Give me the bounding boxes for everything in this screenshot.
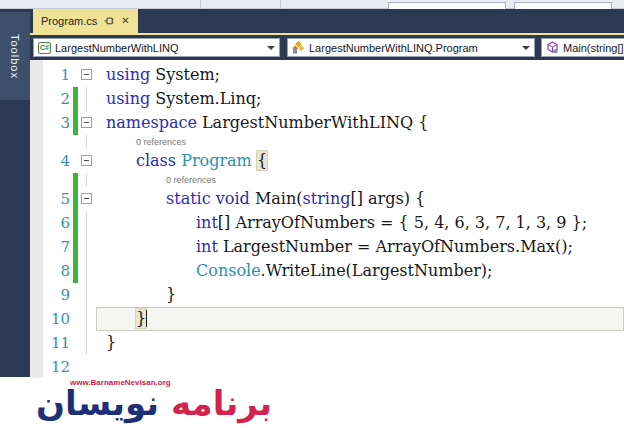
code-text <box>96 355 624 379</box>
outline-guide-line <box>86 307 87 331</box>
code-segment: } <box>166 285 176 304</box>
outlining-margin <box>78 331 96 355</box>
document-tab-program-cs[interactable]: Program.cs ✕ <box>33 9 138 33</box>
line-number[interactable]: 1 <box>43 63 70 87</box>
csharp-project-icon: C# <box>38 42 51 54</box>
line-number[interactable]: 5 <box>43 187 70 211</box>
left-dock-panel: Toolbox <box>0 9 30 377</box>
indicator-margin[interactable] <box>30 60 43 428</box>
code-segment: LargestNumber = ArrayOfNumbers.Max(); <box>218 237 573 256</box>
toolbox-tab[interactable]: Toolbox <box>0 12 30 100</box>
outlining-margin <box>78 211 96 235</box>
line-number[interactable]: 8 <box>43 259 70 283</box>
line-number[interactable] <box>43 135 70 149</box>
code-segment: namespace <box>106 113 197 132</box>
code-line[interactable]: 5static void Main(string[] args) { <box>43 187 624 211</box>
code-segment: Program <box>181 151 252 170</box>
code-line[interactable]: 11} <box>43 331 624 355</box>
logo-brand-text: برنامه نویسان <box>4 382 304 424</box>
line-number[interactable]: 9 <box>43 283 70 307</box>
code-segment: int <box>196 237 218 256</box>
method-icon <box>546 41 559 54</box>
barname-nevisan-logo: www.BarnameNevisan.org برنامه نویسان <box>4 378 316 428</box>
outlining-margin <box>78 187 96 211</box>
code-line[interactable]: 10} <box>43 307 624 331</box>
code-segment: [] args) { <box>350 189 425 208</box>
code-line[interactable]: 9} <box>43 283 624 307</box>
codelens-label: 0 references <box>96 173 624 187</box>
code-text: using System.Linq; <box>96 87 624 111</box>
code-line[interactable]: 3namespace LargestNumberWithLINQ { <box>43 111 624 135</box>
outlining-margin <box>78 283 96 307</box>
codelens-label: 0 references <box>96 135 624 149</box>
toolbar-strip <box>0 0 624 9</box>
line-number[interactable]: 2 <box>43 87 70 111</box>
code-line[interactable]: 1using System; <box>43 63 624 87</box>
outlining-margin <box>78 173 96 187</box>
fold-collapse-icon[interactable] <box>81 69 92 80</box>
codelens-row[interactable]: 0 references <box>43 173 624 187</box>
chevron-down-icon <box>267 46 275 50</box>
line-number[interactable]: 11 <box>43 331 70 355</box>
outline-guide-line <box>86 211 87 235</box>
line-number[interactable]: 12 <box>43 355 70 379</box>
outlining-margin <box>78 149 96 173</box>
outlining-margin <box>78 87 96 111</box>
toolbar-separator <box>280 0 281 9</box>
code-line[interactable]: 6int[] ArrayOfNumbers = { 5, 4, 6, 3, 7,… <box>43 211 624 235</box>
code-segment: .WriteLine(LargestNumber); <box>261 261 493 280</box>
fold-collapse-icon[interactable] <box>81 193 92 204</box>
editor-column: Program.cs ✕ C# LargestNumberWithLINQ <box>30 9 624 428</box>
toolbox-tab-label: Toolbox <box>9 34 21 79</box>
code-segment: { <box>257 151 267 170</box>
member-dropdown[interactable]: Main(string[] <box>541 38 624 57</box>
outline-guide-line <box>86 331 87 355</box>
pin-icon[interactable] <box>104 16 114 26</box>
outlining-margin <box>78 135 96 149</box>
outline-guide-line <box>86 259 87 283</box>
type-dropdown[interactable]: LargestNumberWithLINQ.Program <box>287 38 535 57</box>
code-segment: System.Linq; <box>150 89 261 108</box>
code-segment: static <box>166 189 211 208</box>
code-line[interactable]: 2using System.Linq; <box>43 87 624 111</box>
code-line[interactable]: 8Console.WriteLine(LargestNumber); <box>43 259 624 283</box>
line-number[interactable]: 3 <box>43 111 70 135</box>
fold-collapse-icon[interactable] <box>81 117 92 128</box>
code-text: } <box>96 307 624 331</box>
outlining-margin <box>78 111 96 135</box>
line-number[interactable]: 7 <box>43 235 70 259</box>
logo-brand-part-navy: نویسان <box>36 383 159 423</box>
outline-guide-line <box>86 283 87 307</box>
code-segment: System; <box>150 65 220 84</box>
code-line[interactable]: 4class Program { <box>43 149 624 173</box>
outlining-margin <box>78 259 96 283</box>
code-text: } <box>96 331 624 355</box>
type-dropdown-label: LargestNumberWithLINQ.Program <box>309 42 478 54</box>
close-icon[interactable]: ✕ <box>121 16 129 26</box>
line-number[interactable] <box>43 173 70 187</box>
outline-guide-line <box>86 135 87 149</box>
codelens-row[interactable]: 0 references <box>43 135 624 149</box>
line-number[interactable]: 4 <box>43 149 70 173</box>
code-segment: void <box>216 189 250 208</box>
code-text: class Program { <box>96 149 624 173</box>
code-text: int[] ArrayOfNumbers = { 5, 4, 6, 3, 7, … <box>96 211 624 235</box>
project-dropdown[interactable]: C# LargestNumberWithLINQ <box>33 38 280 57</box>
fold-collapse-icon[interactable] <box>81 155 92 166</box>
code-segment: class <box>136 151 176 170</box>
code-text: namespace LargestNumberWithLINQ { <box>96 111 624 135</box>
vs-editor-window: Toolbox Program.cs ✕ C# LargestNumberWit… <box>0 0 624 428</box>
code-segment: int <box>196 213 218 232</box>
code-line[interactable]: 12 <box>43 355 624 379</box>
code-editor[interactable]: 1using System;2using System.Linq;3namesp… <box>30 60 624 428</box>
code-segment: using <box>106 65 150 84</box>
line-number[interactable]: 6 <box>43 211 70 235</box>
code-text: using System; <box>96 63 624 87</box>
code-segment: Console <box>196 261 261 280</box>
outlining-margin <box>78 355 96 379</box>
code-segment: } <box>106 333 116 352</box>
code-line[interactable]: 7int LargestNumber = ArrayOfNumbers.Max(… <box>43 235 624 259</box>
line-number[interactable]: 10 <box>43 307 70 331</box>
code-segment: using <box>106 89 150 108</box>
chevron-down-icon <box>522 46 530 50</box>
